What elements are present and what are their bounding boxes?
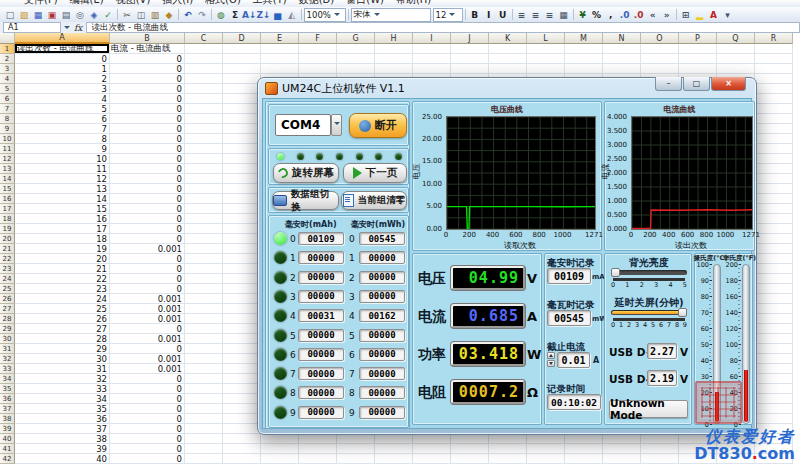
column-header-D[interactable]: D (223, 33, 261, 44)
row-header-18[interactable]: 18 (0, 214, 15, 224)
cell-B10[interactable]: 0 (110, 134, 185, 144)
permission-icon[interactable]: ▣ (45, 8, 59, 21)
cell-L40[interactable] (527, 434, 565, 444)
cell-C26[interactable] (185, 294, 223, 304)
cell-K3[interactable] (489, 64, 527, 74)
com-port-select[interactable]: COM4 (275, 114, 331, 136)
cell-R37[interactable] (755, 404, 793, 414)
cell-K41[interactable] (489, 444, 527, 454)
cell-R16[interactable] (755, 194, 793, 204)
name-box[interactable]: A1 (3, 22, 61, 33)
cell-R25[interactable] (755, 284, 793, 294)
row-header-23[interactable]: 23 (0, 264, 15, 274)
cell-A22[interactable]: 20 (15, 254, 110, 264)
row-header-14[interactable]: 14 (0, 174, 15, 184)
cell-M3[interactable] (565, 64, 603, 74)
cell-D22[interactable] (223, 254, 261, 264)
row-header-28[interactable]: 28 (0, 314, 15, 324)
cell-B22[interactable]: 0 (110, 254, 185, 264)
cell-C19[interactable] (185, 224, 223, 234)
cell-P1[interactable] (679, 44, 717, 54)
cell-A37[interactable]: 35 (15, 404, 110, 414)
cell-B3[interactable]: 0 (110, 64, 185, 74)
cell-L41[interactable] (527, 444, 565, 454)
cell-C6[interactable] (185, 94, 223, 104)
cell-I40[interactable] (413, 434, 451, 444)
cell-C23[interactable] (185, 264, 223, 274)
cell-J41[interactable] (451, 444, 489, 454)
cell-O40[interactable] (641, 434, 679, 444)
cell-D39[interactable] (223, 424, 261, 434)
cell-A10[interactable]: 8 (15, 134, 110, 144)
cell-A35[interactable]: 33 (15, 384, 110, 394)
cell-N3[interactable] (603, 64, 641, 74)
cell-A27[interactable]: 25 (15, 304, 110, 314)
cell-D38[interactable] (223, 414, 261, 424)
cell-D20[interactable] (223, 234, 261, 244)
cell-C41[interactable] (185, 444, 223, 454)
row-header-41[interactable]: 41 (0, 444, 15, 454)
select-all-corner[interactable] (0, 33, 15, 44)
align-center-icon[interactable]: ≡ (529, 8, 543, 21)
cell-D3[interactable] (223, 64, 261, 74)
row-header-25[interactable]: 25 (0, 284, 15, 294)
row-header-13[interactable]: 13 (0, 164, 15, 174)
cell-D14[interactable] (223, 174, 261, 184)
cell-A4[interactable]: 2 (15, 74, 110, 84)
cell-A13[interactable]: 11 (15, 164, 110, 174)
cell-B26[interactable]: 0.001 (110, 294, 185, 304)
cell-B28[interactable]: 0.001 (110, 314, 185, 324)
percent-icon[interactable]: % (590, 8, 604, 21)
cell-D21[interactable] (223, 244, 261, 254)
print-preview-icon[interactable]: ◎ (73, 8, 87, 21)
cell-R30[interactable] (755, 334, 793, 344)
cell-R2[interactable] (755, 54, 793, 64)
row-header-8[interactable]: 8 (0, 114, 15, 124)
cell-C35[interactable] (185, 384, 223, 394)
cell-R14[interactable] (755, 174, 793, 184)
row-header-38[interactable]: 38 (0, 414, 15, 424)
cell-A34[interactable]: 32 (15, 374, 110, 384)
cell-A6[interactable]: 4 (15, 94, 110, 104)
cut-icon[interactable]: ✂ (120, 8, 134, 21)
cell-D28[interactable] (223, 314, 261, 324)
cell-R28[interactable] (755, 314, 793, 324)
column-header-M[interactable]: M (565, 33, 603, 44)
cell-C30[interactable] (185, 334, 223, 344)
menu-item-4[interactable]: 格式(O) (201, 0, 245, 7)
cell-C14[interactable] (185, 174, 223, 184)
cell-D24[interactable] (223, 274, 261, 284)
column-header-I[interactable]: I (413, 33, 451, 44)
cell-B15[interactable]: 0 (110, 184, 185, 194)
cell-G40[interactable] (337, 434, 375, 444)
redo-icon[interactable]: ↷ (195, 8, 209, 21)
cell-D17[interactable] (223, 204, 261, 214)
cell-A18[interactable]: 16 (15, 214, 110, 224)
cell-F3[interactable] (299, 64, 337, 74)
cell-A2[interactable]: 0 (15, 54, 110, 64)
cell-J1[interactable] (451, 44, 489, 54)
save-icon[interactable]: ▦ (31, 8, 45, 21)
column-header-R[interactable]: R (755, 33, 793, 44)
cell-B16[interactable]: 0 (110, 194, 185, 204)
cell-B9[interactable]: 0 (110, 124, 185, 134)
cell-C20[interactable] (185, 234, 223, 244)
cell-B17[interactable]: 0 (110, 204, 185, 214)
cell-B40[interactable]: 0 (110, 434, 185, 444)
column-header-O[interactable]: O (641, 33, 679, 44)
cell-H1[interactable] (375, 44, 413, 54)
cell-B19[interactable]: 0 (110, 224, 185, 234)
cell-A26[interactable]: 24 (15, 294, 110, 304)
cell-M42[interactable] (565, 454, 603, 464)
cell-H3[interactable] (375, 64, 413, 74)
cell-B37[interactable]: 0 (110, 404, 185, 414)
cell-A28[interactable]: 26 (15, 314, 110, 324)
cell-R18[interactable] (755, 214, 793, 224)
column-header-J[interactable]: J (451, 33, 489, 44)
cell-I41[interactable] (413, 444, 451, 454)
row-header-36[interactable]: 36 (0, 394, 15, 404)
current-group-clear-button[interactable]: 当前组清零 (341, 191, 407, 210)
backlight-slider-thumb[interactable] (611, 268, 620, 277)
cell-C2[interactable] (185, 54, 223, 64)
cell-A15[interactable]: 13 (15, 184, 110, 194)
